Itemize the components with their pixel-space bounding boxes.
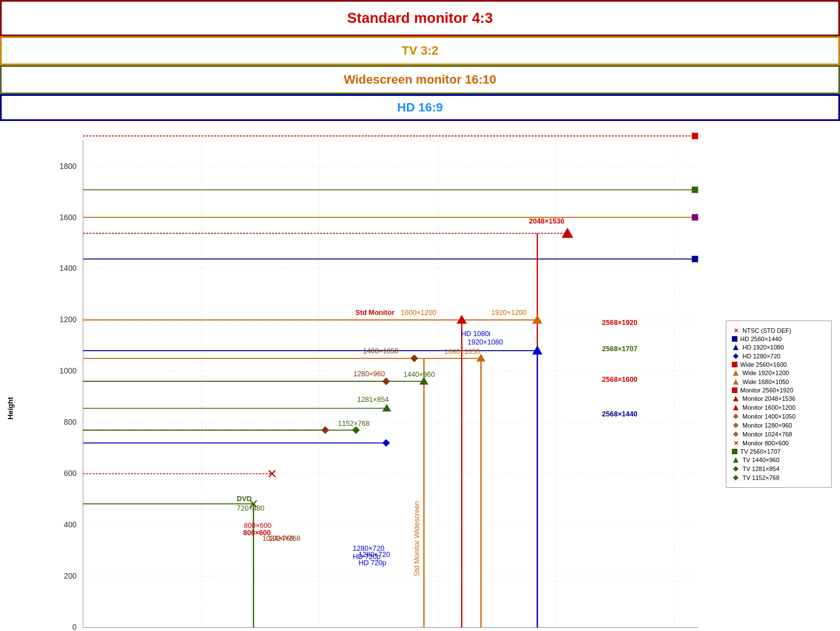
header-widescreen: Widescreen monitor 16:10 [0, 65, 840, 94]
svg-text:2568×1920: 2568×1920 [602, 319, 638, 327]
svg-text:720×480: 720×480 [237, 504, 265, 512]
svg-rect-93 [692, 214, 698, 220]
main-container: Standard monitor 4:3 TV 3:2 Widescreen m… [0, 0, 840, 631]
legend-item-wide1680: Wide 1680×1050 [732, 378, 826, 386]
svg-marker-128 [733, 457, 739, 463]
svg-text:HD 720p: HD 720p [353, 553, 381, 561]
svg-marker-130 [733, 475, 739, 480]
legend-item-wide2560: Wide 2560×1600 [732, 361, 826, 368]
widescreen-title: Widescreen monitor 16:10 [344, 72, 497, 86]
svg-text:1280×720: 1280×720 [353, 545, 385, 552]
legend-item-mon2048: Monitor 2048×1536 [732, 395, 826, 402]
svg-marker-87 [532, 315, 542, 324]
chart-svg: 0 200 400 600 800 1000 1200 1400 1600 18… [45, 127, 717, 631]
svg-marker-122 [733, 379, 739, 385]
legend-item-tv2560: TV 2560×1707 [732, 448, 826, 455]
legend-item-hd1920: HD 1920×1080 [732, 343, 826, 351]
svg-marker-66 [352, 426, 360, 434]
svg-text:2568×1600: 2568×1600 [602, 376, 638, 384]
svg-marker-120 [733, 353, 739, 359]
header-standard: Standard monitor 4:3 [0, 0, 840, 36]
chart-wrapper: Height [6, 121, 723, 631]
header-tv: TV 3:2 [0, 36, 840, 65]
legend-item-mon2560: Monitor 2560×1920 [732, 387, 826, 394]
legend-item-tv1440: TV 1440×960 [732, 456, 826, 464]
legend-icon-diamond-mon1280 [732, 421, 740, 429]
svg-marker-71 [382, 377, 390, 385]
svg-text:2568×1707: 2568×1707 [602, 345, 638, 353]
svg-text:0: 0 [72, 623, 77, 631]
legend-icon-diamond-hd1280 [732, 352, 740, 360]
svg-marker-121 [733, 370, 739, 376]
legend-item-mon1024: Monitor 1024×768 [732, 430, 826, 438]
legend-icon-diamond-mon1024 [732, 430, 740, 438]
legend-icon-diamond-tv1152 [732, 474, 740, 482]
svg-marker-124 [733, 405, 739, 410]
svg-text:400: 400 [64, 521, 76, 529]
legend-icon-x: ✕ [732, 327, 740, 334]
legend-item-mon800: ✕ Monitor 800×600 [732, 439, 826, 447]
legend-icon-tri-wide1920 [732, 369, 740, 377]
legend-item-mon1400: Monitor 1400×1050 [732, 412, 826, 420]
svg-text:1000: 1000 [60, 367, 77, 375]
svg-marker-89 [562, 227, 574, 237]
legend-item-hd1280: HD 1280×720 [732, 352, 826, 360]
legend-icon-x-mon800: ✕ [732, 439, 740, 447]
svg-text:1440×960: 1440×960 [404, 371, 435, 378]
svg-text:1152×768: 1152×768 [338, 420, 370, 428]
svg-text:Std Monitor: Std Monitor [356, 309, 395, 317]
legend-icon-tri-tv1440 [732, 456, 740, 464]
hd-title: HD 16:9 [397, 100, 443, 114]
svg-marker-64 [322, 426, 329, 434]
svg-text:1400: 1400 [60, 264, 77, 273]
svg-text:2568×1440: 2568×1440 [602, 410, 638, 418]
legend-icon-square-mon2560 [732, 387, 737, 393]
svg-text:800: 800 [64, 418, 76, 426]
svg-marker-129 [733, 466, 739, 472]
svg-text:1920×1200: 1920×1200 [491, 309, 527, 317]
legend-icon-tri-mon2048 [732, 395, 740, 402]
svg-text:800×600: 800×600 [244, 522, 272, 530]
standard-title: Standard monitor 4:3 [347, 9, 493, 26]
svg-text:2048×1536: 2048×1536 [529, 217, 565, 225]
legend-item-tv1281: TV 1281×854 [732, 465, 826, 473]
y-axis-label: Height [6, 397, 14, 420]
legend-icon-diamond-tv1281 [732, 465, 740, 473]
svg-text:200: 200 [64, 572, 76, 580]
header-hd: HD 16:9 [0, 94, 840, 121]
svg-rect-95 [692, 187, 698, 193]
svg-marker-119 [733, 344, 739, 350]
svg-rect-91 [692, 256, 698, 262]
svg-text:1680×1050: 1680×1050 [444, 348, 480, 356]
legend-item-ntsc: ✕ NTSC (STD DEF) [732, 327, 826, 334]
svg-marker-73 [382, 404, 391, 411]
legend-icon-square-wide2560 [732, 362, 737, 367]
svg-marker-127 [733, 431, 739, 437]
legend-icon-tri-wide1680 [732, 378, 740, 386]
legend-item-hd2560: HD 2560×1440 [732, 336, 826, 342]
legend-icon-diamond-mon1400 [732, 412, 740, 420]
svg-text:1800: 1800 [60, 162, 77, 171]
legend-item-mon1600: Monitor 1600×1200 [732, 404, 826, 411]
svg-rect-97 [692, 133, 698, 139]
svg-marker-79 [457, 315, 467, 324]
legend-icon-square-hd2560 [732, 336, 737, 342]
legend: ✕ NTSC (STD DEF) HD 2560×1440 HD 1920×10… [723, 121, 834, 631]
svg-marker-68 [382, 439, 390, 447]
legend-box: ✕ NTSC (STD DEF) HD 2560×1440 HD 1920×10… [726, 321, 832, 488]
legend-icon-tri-mon1600 [732, 404, 740, 411]
tv-title: TV 3:2 [401, 43, 438, 57]
svg-text:1280×960: 1280×960 [353, 370, 385, 378]
svg-text:1024×768: 1024×768 [263, 535, 294, 542]
svg-text:Std Monitor Widescreen: Std Monitor Widescreen [413, 501, 421, 576]
legend-item-mon1280: Monitor 1280×960 [732, 421, 826, 429]
svg-marker-84 [532, 346, 542, 355]
svg-text:1600: 1600 [60, 213, 77, 222]
svg-text:1281×854: 1281×854 [357, 396, 389, 404]
svg-text:1200: 1200 [60, 316, 77, 324]
svg-marker-126 [733, 423, 739, 428]
legend-icon-square-tv2560 [732, 449, 737, 454]
legend-item-wide1920: Wide 1920×1200 [732, 369, 826, 377]
svg-text:HD 1080i: HD 1080i [461, 330, 491, 338]
chart-area: Height [0, 121, 840, 631]
